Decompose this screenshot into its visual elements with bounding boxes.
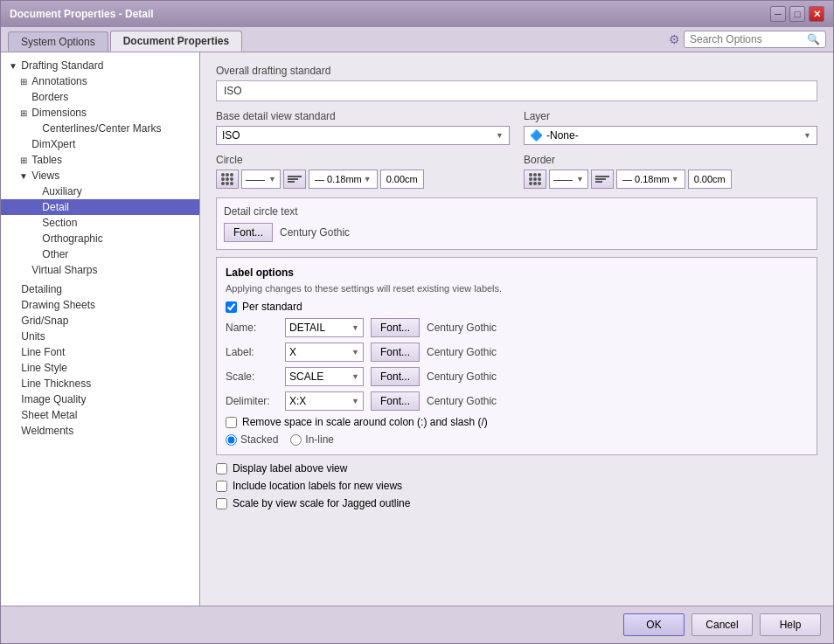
layer-select[interactable]: 🔷 -None- ▼ [524,126,817,145]
tree-image-quality[interactable]: Image Quality [1,391,199,407]
inline-radio-item: In-line [290,433,334,446]
scale-font-button[interactable]: Font... [371,367,420,386]
border-line-select[interactable]: —— ▼ [549,170,588,189]
tree-line-thickness[interactable]: Line Thickness [1,376,199,391]
display-label-checkbox[interactable] [216,463,227,474]
tree-sheet-metal[interactable]: Sheet Metal [1,407,199,423]
scale-select[interactable]: SCALE ▼ [285,367,364,386]
tree-tables[interactable]: ⊞ Tables [1,152,199,168]
border-cm-box[interactable]: 0.00cm [688,170,732,189]
per-standard-checkbox[interactable] [226,301,237,313]
circle-grid-button[interactable] [216,170,239,189]
scale-by-view-row: Scale by view scale for Jagged outline [216,497,817,509]
tree-drawing-sheets[interactable]: Drawing Sheets [1,297,199,313]
per-standard-row: Per standard [226,301,808,313]
circle-label: Circle [216,154,510,166]
search-input[interactable] [690,33,803,45]
tree-views[interactable]: ▼ Views [1,168,199,184]
ok-button[interactable]: OK [623,613,685,636]
tree-detail[interactable]: Detail [1,199,199,215]
inline-radio[interactable] [290,434,302,446]
tab-document-properties[interactable]: Document Properties [110,31,242,52]
circle-group: Circle —— ▼ [216,154,510,189]
search-box[interactable]: 🔍 [684,31,826,48]
gear-icon: ⚙ [669,32,680,46]
scale-label: Scale: [226,370,278,383]
expand-icon: ⊞ [18,108,29,118]
tree-grid-snap[interactable]: Grid/Snap [1,313,199,329]
tree-dimensions[interactable]: ⊞ Dimensions [1,105,199,121]
delimiter-font-value: Century Gothic [427,395,497,407]
label-options-box: Label options Applying changes to these … [216,257,817,455]
chevron-down-icon: ▼ [351,323,359,332]
tree-weldments[interactable]: Weldments [1,423,199,439]
border-mm-box: — 0.18mm ▼ [616,170,685,189]
tree-virtual-sharps[interactable]: Virtual Sharps [1,262,199,278]
layer-group: Layer 🔷 -None- ▼ [524,110,817,145]
minimize-button[interactable]: ─ [770,6,786,22]
include-location-checkbox[interactable] [216,481,227,492]
tab-system-options[interactable]: System Options [8,31,108,52]
name-row: Name: DETAIL ▼ Font... Century Gothic [226,318,808,337]
chevron-down-icon: ▼ [268,175,276,184]
layer-label: Layer [524,110,817,122]
tree-other[interactable]: Other [1,246,199,262]
chevron-down-icon: ▼ [364,175,372,184]
tree-orthographic[interactable]: Orthographic [1,231,199,246]
border-grid-button[interactable] [524,170,546,189]
main-window: Document Properties - Detail ─ □ ✕ Syste… [0,0,834,644]
detail-circle-text-box: Detail circle text Font... Century Gothi… [216,197,817,250]
base-detail-label: Base detail view standard [216,110,510,122]
remove-space-label: Remove space in scale around colon (:) a… [242,416,488,428]
tree-borders[interactable]: Borders [1,89,199,105]
expand-icon: ▼ [18,171,29,181]
circle-lines-button[interactable] [283,170,306,189]
tree-auxiliary[interactable]: Auxiliary [1,184,199,199]
border-lines-button[interactable] [591,170,614,189]
circle-mm-box: — 0.18mm ▼ [309,170,378,189]
tree-annotations[interactable]: ⊞ Annotations [1,73,199,89]
stacked-radio[interactable] [226,434,237,446]
tree-section[interactable]: Section [1,215,199,231]
stacked-label: Stacked [240,433,278,446]
tree-line-style[interactable]: Line Style [1,360,199,376]
tree-line-font[interactable]: Line Font [1,344,199,360]
detail-circle-font-button[interactable]: Font... [224,223,273,242]
name-select[interactable]: DETAIL ▼ [285,318,364,337]
delimiter-select[interactable]: X:X ▼ [285,391,364,411]
left-panel: ▼ Drafting Standard ⊞ Annotations Border… [1,52,200,606]
help-button[interactable]: Help [760,613,821,636]
window-title: Document Properties - Detail [10,8,154,20]
base-detail-select[interactable]: ISO ▼ [216,126,510,145]
delimiter-font-button[interactable]: Font... [371,391,420,411]
expand-icon: ⊞ [18,156,29,165]
delimiter-row: Delimiter: X:X ▼ Font... Century Gothic [226,391,808,411]
circle-cm-box[interactable]: 0.00cm [380,170,424,189]
name-font-button[interactable]: Font... [371,318,420,337]
lines-icon [595,176,609,183]
scale-row: Scale: SCALE ▼ Font... Century Gothic [226,367,808,386]
maximize-button[interactable]: □ [789,6,805,22]
apply-text: Applying changes to these settings will … [226,282,808,295]
close-button[interactable]: ✕ [809,6,824,22]
detail-circle-text-row: Font... Century Gothic [224,223,810,242]
tree-dimxpert[interactable]: DimXpert [1,136,199,152]
tab-bar: System Options Document Properties ⚙ 🔍 [1,27,833,52]
label-font-button[interactable]: Font... [371,343,420,362]
overall-standard-label: Overall drafting standard [216,65,817,77]
label-select[interactable]: X ▼ [285,343,364,362]
circle-line-select[interactable]: —— ▼ [241,170,281,189]
grid-icon [529,173,541,185]
remove-space-row: Remove space in scale around colon (:) a… [226,416,808,428]
right-panel: Overall drafting standard ISO Base detai… [200,52,833,606]
expand-icon: ▼ [8,61,18,71]
remove-space-checkbox[interactable] [226,417,237,428]
cancel-button[interactable]: Cancel [692,613,753,636]
scale-by-view-checkbox[interactable] [216,498,227,509]
tree-centerlines[interactable]: Centerlines/Center Marks [1,121,199,136]
tree-drafting-standard[interactable]: ▼ Drafting Standard [1,58,199,73]
inline-label: In-line [305,433,334,446]
scale-by-view-label: Scale by view scale for Jagged outline [233,497,410,509]
tree-units[interactable]: Units [1,329,199,344]
tree-detailing[interactable]: Detailing [1,281,199,297]
